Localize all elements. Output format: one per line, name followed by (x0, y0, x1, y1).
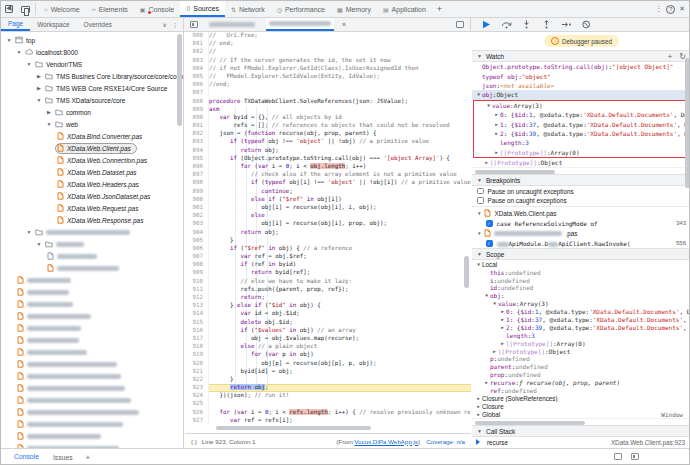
tree-item-redacted[interactable] (1, 358, 177, 370)
tree-item-xdata-web-request-pas[interactable]: XData.Web.Request.pas (1, 202, 177, 214)
scope-row[interactable]: ▶[[Prototype]]: Object (472, 347, 690, 355)
checkbox-unchecked[interactable] (477, 188, 484, 195)
code-line-927[interactable]: 927 var ref = refs[i]; (185, 417, 471, 425)
more-menu-icon[interactable]: ⋮ (655, 5, 662, 13)
checkbox-unchecked[interactable] (477, 197, 484, 204)
tree-item-tms-busines-core-library-source-core-common[interactable]: ▶TMS Busines Core Library/source/core/co… (1, 70, 177, 82)
watch-row[interactable]: ▶[[Prototype]]: Object (472, 158, 690, 167)
add-watch-icon[interactable]: + (668, 52, 673, 61)
code-line-907[interactable]: 907 var ref = obj.$ref; (185, 253, 471, 261)
code-line-918[interactable]: 918 else // a plain object (185, 343, 471, 351)
tree-item-xdata-web-jsondataset-pas[interactable]: XData.Web.JsonDataset.pas (1, 190, 177, 202)
tree-item-common[interactable]: ▶common (1, 106, 177, 118)
tree-item-redacted[interactable] (1, 394, 177, 406)
close-icon[interactable]: ✕ (679, 5, 685, 13)
line-number[interactable]: 917 (185, 335, 209, 343)
more-tabs-chevron[interactable]: » (342, 21, 346, 28)
watch-row[interactable]: length: 3 (474, 138, 687, 147)
line-number[interactable]: 922 (185, 376, 209, 384)
expander-icon[interactable]: ▶ (475, 404, 482, 409)
expander-icon[interactable]: ▶ (475, 412, 482, 417)
more-tools-button[interactable]: + (432, 1, 447, 17)
code-line-914[interactable]: 914 var id = obj.$id; (185, 310, 471, 318)
dock-icon[interactable] (614, 453, 622, 460)
breakpoint-file-group[interactable]: ▼.pas (472, 228, 690, 238)
expander-icon[interactable]: ▼ (491, 301, 498, 306)
code-line-895[interactable]: 895 if (Object.prototype.toString.call(o… (185, 155, 471, 163)
tree-item-redacted[interactable] (1, 334, 177, 346)
editor-tab[interactable] (206, 18, 258, 31)
line-number[interactable]: 883 (185, 57, 209, 65)
line-number[interactable]: 913 (185, 302, 209, 310)
tree-item-redacted[interactable] (1, 286, 177, 298)
scope-row[interactable]: ▶recurse: ƒ recurse(obj, prop, parent) (472, 379, 690, 387)
watch-row[interactable]: json: <not available> (472, 81, 690, 90)
inspect-icon[interactable] (1, 1, 17, 17)
editor-horizontal-scrollbar[interactable] (211, 426, 461, 431)
tab-memory[interactable]: ▦Memory (331, 1, 377, 17)
editor-vertical-scrollbar[interactable] (464, 256, 469, 288)
line-number[interactable]: 905 (185, 237, 209, 245)
expander-icon[interactable]: ▼ (25, 61, 33, 67)
code-line-924[interactable]: 924 })(json); // run it! (185, 392, 471, 400)
expander-icon[interactable]: ▶ (483, 160, 490, 165)
line-number[interactable]: 912 (185, 294, 209, 302)
drawer-tab-console[interactable]: Console (7, 449, 46, 465)
navigator-tab-overrides[interactable]: Overrides (77, 18, 119, 31)
code-line-899[interactable]: 899 continue; (185, 188, 471, 196)
tree-item-tms-web-core-rsxe14-core-source[interactable]: ▶TMS WEB Core RSXE14/Core Source (1, 82, 177, 94)
navigator-tab-page[interactable]: Page (1, 18, 30, 31)
line-number[interactable]: 908 (185, 261, 209, 269)
breakpoint-entry[interactable]: ApiModule.DApiClient.RawInvoke(556 (472, 238, 690, 248)
pretty-print-button[interactable]: { } (191, 438, 197, 445)
sourcemap-link[interactable]: Vocus.DiPa.WebApp.js (355, 438, 419, 445)
tree-item-redacted[interactable] (1, 418, 177, 430)
expander-icon[interactable]: ▶ (475, 396, 482, 401)
exception-toggle[interactable]: Pause on uncaught exceptions (472, 186, 690, 196)
line-number[interactable]: 924 (185, 392, 209, 400)
code-line-880[interactable]: 880// Uri.Free; (185, 32, 471, 40)
code-line-910[interactable]: 910 // else we have to make it lazy: (185, 278, 471, 286)
line-number[interactable]: 920 (185, 360, 209, 368)
line-number[interactable]: 926 (185, 409, 209, 417)
scope-row[interactable]: ▶Closure (472, 402, 690, 410)
code-line-890[interactable]: 890 var byid = {}, // all objects by id (185, 114, 471, 122)
scope-row[interactable]: length: 3 (472, 331, 690, 339)
code-line-919[interactable]: 919 for (var p in obj) (185, 351, 471, 359)
line-number[interactable]: 886 (185, 81, 209, 89)
line-number[interactable]: 882 (185, 48, 209, 56)
line-number[interactable]: 923 (185, 384, 209, 392)
line-number[interactable]: 909 (185, 269, 209, 277)
expander-icon[interactable]: ▶ (35, 73, 43, 79)
tree-item-redacted[interactable] (1, 430, 177, 442)
scope-row[interactable]: id: undefined (472, 284, 690, 292)
line-number[interactable]: 890 (185, 114, 209, 122)
code-line-912[interactable]: 912 return; (185, 294, 471, 302)
code-line-894[interactable]: 894 return obj; (185, 147, 471, 155)
scope-row[interactable]: prop: undefined (472, 371, 690, 379)
breakpoint-file-group[interactable]: ▼XData.Web.Client.pas (472, 208, 690, 218)
code-line-921[interactable]: 921 byid[id] = obj; (185, 368, 471, 376)
expander-icon[interactable]: ▼ (35, 241, 43, 247)
line-number[interactable]: 921 (185, 368, 209, 376)
tree-item-xdata-web-headers-pas[interactable]: XData.Web.Headers.pas (1, 178, 177, 190)
step-into-button[interactable] (521, 20, 532, 29)
line-number[interactable]: 887 (185, 89, 209, 97)
code-line-885[interactable]: 885// FModel.Explorer.SetIdValue(Entity,… (185, 73, 471, 81)
code-line-916[interactable]: 916 if ("$values" in obj) // an array (185, 327, 471, 335)
watch-row[interactable]: ▼value: Array(3) (474, 101, 687, 110)
watch-row[interactable]: Object.prototype.toString.call(obj): "[o… (472, 62, 690, 71)
deactivate-breakpoints-button[interactable] (581, 20, 592, 29)
expander-icon[interactable]: ▼ (15, 49, 23, 55)
line-number[interactable]: 918 (185, 343, 209, 351)
line-number[interactable]: 884 (185, 65, 209, 73)
scope-row[interactable]: ▼Local (472, 260, 690, 268)
tab-elements[interactable]: ‹›Elements (86, 1, 134, 17)
tree-item-xdata-web-connection-pas[interactable]: XData.Web.Connection.pas (1, 154, 177, 166)
code-line-884[interactable]: 884// if not FModel.Explorer.GetId(Class… (185, 65, 471, 73)
code-line-898[interactable]: 898 if (typeof obj[i] !== 'object' || !o… (185, 179, 471, 187)
tree-item-redacted[interactable] (1, 370, 177, 382)
tree-item-web[interactable]: ▼web (1, 118, 177, 130)
code-line-889[interactable]: 889asm (185, 106, 471, 114)
line-number[interactable]: 916 (185, 327, 209, 335)
